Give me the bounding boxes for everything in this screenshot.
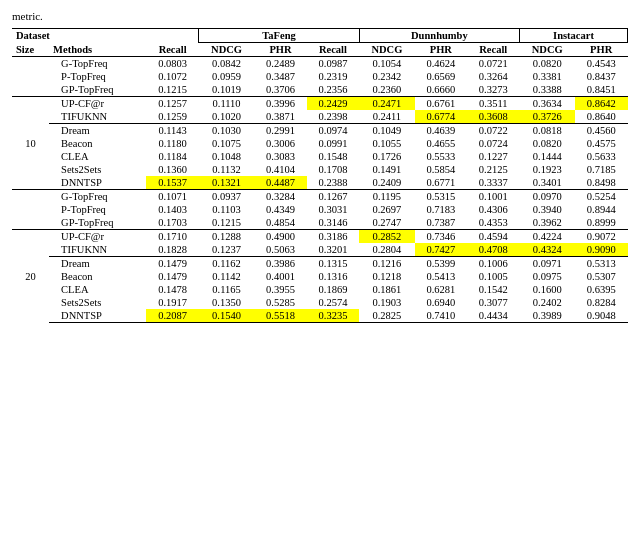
method-cell: G-TopFreq xyxy=(49,190,146,204)
table-row: G-TopFreq0.10710.09370.32840.12670.11950… xyxy=(12,190,628,204)
value-cell: 0.3955 xyxy=(254,283,306,296)
table-row: GP-TopFreq0.17030.12150.48540.31460.2747… xyxy=(12,216,628,230)
value-cell: 0.0721 xyxy=(467,57,519,71)
value-cell: 0.4306 xyxy=(467,203,519,216)
instacart-header: Instacart xyxy=(520,29,628,43)
method-cell: DNNTSP xyxy=(49,309,146,323)
value-cell: 0.1103 xyxy=(199,203,254,216)
value-cell: 0.3077 xyxy=(467,296,519,309)
value-cell: 0.5254 xyxy=(575,190,628,204)
value-cell: 0.8498 xyxy=(575,176,628,190)
method-cell: GP-TopFreq xyxy=(49,83,146,97)
table-row: DNNTSP0.20870.15400.55180.32350.28250.74… xyxy=(12,309,628,323)
value-cell: 0.1180 xyxy=(146,137,198,150)
value-cell: 0.1491 xyxy=(359,163,414,176)
value-cell: 0.3235 xyxy=(307,309,359,323)
table-row: Dream0.14790.11620.39860.13150.12160.539… xyxy=(12,257,628,271)
value-cell: 0.3337 xyxy=(467,176,519,190)
value-cell: 0.3201 xyxy=(307,243,359,257)
method-cell: Sets2Sets xyxy=(49,163,146,176)
value-cell: 0.2747 xyxy=(359,216,414,230)
value-cell: 0.2804 xyxy=(359,243,414,257)
value-cell: 0.5413 xyxy=(415,270,467,283)
value-cell: 0.1005 xyxy=(467,270,519,283)
method-cell: Beacon xyxy=(49,270,146,283)
value-cell: 0.1360 xyxy=(146,163,198,176)
value-cell: 0.1600 xyxy=(520,283,575,296)
tafeng-header: TaFeng xyxy=(199,29,359,43)
value-cell: 0.3031 xyxy=(307,203,359,216)
value-cell: 0.1142 xyxy=(199,270,254,283)
value-cell: 0.1479 xyxy=(146,257,198,271)
value-cell: 0.3284 xyxy=(254,190,306,204)
value-cell: 0.4560 xyxy=(575,124,628,138)
value-cell: 0.5307 xyxy=(575,270,628,283)
ic-ndcg-header: NDCG xyxy=(520,43,575,57)
value-cell: 0.2388 xyxy=(307,176,359,190)
value-cell: 0.1315 xyxy=(307,257,359,271)
value-cell: 0.3940 xyxy=(520,203,575,216)
value-cell: 0.0959 xyxy=(199,70,254,83)
value-cell: 0.4594 xyxy=(467,230,519,244)
value-cell: 0.1903 xyxy=(359,296,414,309)
value-cell: 0.2402 xyxy=(520,296,575,309)
value-cell: 0.1162 xyxy=(199,257,254,271)
size-empty-cell-2 xyxy=(12,190,49,230)
method-cell: TIFUKNN xyxy=(49,110,146,124)
value-cell: 0.1444 xyxy=(520,150,575,163)
tf-ndcg-header: NDCG xyxy=(199,43,254,57)
value-cell: 0.3706 xyxy=(254,83,306,97)
value-cell: 0.1132 xyxy=(199,163,254,176)
value-cell: 0.2409 xyxy=(359,176,414,190)
value-cell: 0.3726 xyxy=(520,110,575,124)
value-cell: 0.0803 xyxy=(146,57,198,71)
value-cell: 0.3264 xyxy=(467,70,519,83)
table-row: Beacon0.14790.11420.40010.13160.12180.54… xyxy=(12,270,628,283)
value-cell: 0.2356 xyxy=(307,83,359,97)
table-row: CLEA0.14780.11650.39550.18690.18610.6281… xyxy=(12,283,628,296)
value-cell: 0.1267 xyxy=(307,190,359,204)
method-cell: CLEA xyxy=(49,283,146,296)
value-cell: 0.1215 xyxy=(199,216,254,230)
value-cell: 0.2125 xyxy=(467,163,519,176)
value-cell: 0.1020 xyxy=(199,110,254,124)
value-cell: 0.5313 xyxy=(575,257,628,271)
method-cell: TIFUKNN xyxy=(49,243,146,257)
value-cell: 0.1054 xyxy=(359,57,414,71)
value-cell: 0.1227 xyxy=(467,150,519,163)
value-cell: 0.0987 xyxy=(307,57,359,71)
value-cell: 0.1071 xyxy=(146,190,198,204)
value-cell: 0.2825 xyxy=(359,309,414,323)
value-cell: 0.0937 xyxy=(199,190,254,204)
value-cell: 0.5399 xyxy=(415,257,467,271)
value-cell: 0.1537 xyxy=(146,176,198,190)
value-cell: 0.0818 xyxy=(520,124,575,138)
method-cell: G-TopFreq xyxy=(49,57,146,71)
value-cell: 0.6771 xyxy=(415,176,467,190)
size-20-cell: 20 xyxy=(12,230,49,323)
value-cell: 0.1726 xyxy=(359,150,414,163)
value-cell: 0.0842 xyxy=(199,57,254,71)
intro-text: metric. xyxy=(12,10,628,22)
value-cell: 0.0975 xyxy=(520,270,575,283)
method-cell: P-TopFreq xyxy=(49,70,146,83)
method-cell: GP-TopFreq xyxy=(49,216,146,230)
table-row: P-TopFreq0.10720.09590.34870.23190.23420… xyxy=(12,70,628,83)
value-cell: 0.6395 xyxy=(575,283,628,296)
value-cell: 0.1072 xyxy=(146,70,198,83)
value-cell: 0.7183 xyxy=(415,203,467,216)
value-cell: 0.3487 xyxy=(254,70,306,83)
value-cell: 0.8999 xyxy=(575,216,628,230)
value-cell: 0.1184 xyxy=(146,150,198,163)
value-cell: 0.7185 xyxy=(575,163,628,176)
value-cell: 0.1479 xyxy=(146,270,198,283)
method-cell: Beacon xyxy=(49,137,146,150)
value-cell: 0.5533 xyxy=(415,150,467,163)
size-subheader: Size xyxy=(12,43,49,57)
value-cell: 0.1316 xyxy=(307,270,359,283)
value-cell: 0.1216 xyxy=(359,257,414,271)
value-cell: 0.7427 xyxy=(415,243,467,257)
value-cell: 0.1049 xyxy=(359,124,414,138)
value-cell: 0.3996 xyxy=(254,97,306,111)
value-cell: 0.6281 xyxy=(415,283,467,296)
